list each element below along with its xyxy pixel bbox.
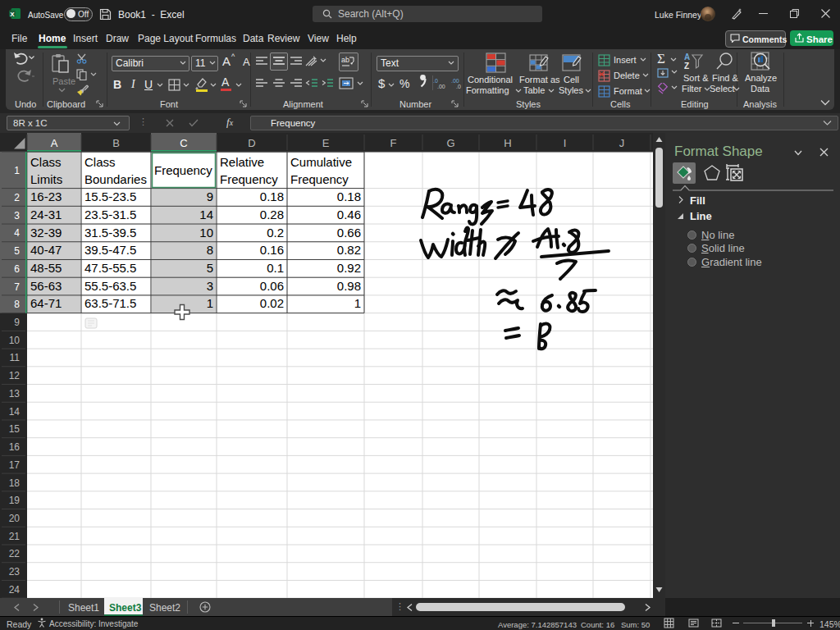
svg-text:D: D (248, 137, 255, 149)
svg-text:Limits: Limits (30, 172, 62, 186)
svg-text:8: 8 (207, 243, 213, 257)
svg-text:Boundaries: Boundaries (84, 172, 147, 186)
svg-text:Class: Class (84, 155, 116, 169)
svg-text:4: 4 (14, 227, 20, 239)
svg-text:0.28: 0.28 (260, 208, 284, 221)
svg-text:0.66: 0.66 (337, 226, 361, 240)
svg-text:.00: .00 (451, 78, 459, 84)
svg-text:15.5-23.5: 15.5-23.5 (84, 189, 136, 203)
svg-text:G: G (446, 137, 454, 149)
svg-text:3: 3 (14, 210, 20, 221)
svg-text:Frequency: Frequency (290, 172, 349, 186)
svg-text:9: 9 (14, 317, 20, 328)
svg-text:0.98: 0.98 (337, 279, 361, 293)
svg-text:A: A (684, 52, 690, 62)
svg-text:3: 3 (207, 279, 213, 293)
svg-text:5: 5 (207, 261, 213, 275)
svg-text:C: C (180, 137, 187, 149)
svg-text:10: 10 (199, 226, 213, 240)
svg-text:A: A (51, 137, 58, 149)
svg-text:Relative: Relative (220, 155, 264, 169)
svg-text:0.82: 0.82 (337, 243, 361, 257)
svg-text:14: 14 (9, 406, 21, 418)
svg-text:21: 21 (9, 531, 21, 542)
svg-text:Cumulative: Cumulative (290, 155, 352, 169)
svg-text:I: I (564, 137, 567, 149)
svg-text:23.5-31.5: 23.5-31.5 (84, 208, 136, 221)
svg-text:Class: Class (30, 155, 62, 169)
svg-text:55.5-63.5: 55.5-63.5 (84, 279, 136, 293)
svg-text:.00: .00 (437, 84, 445, 89)
svg-text:14: 14 (199, 208, 213, 221)
svg-text:9: 9 (207, 189, 213, 203)
svg-text:Frequency: Frequency (154, 163, 212, 177)
svg-text:19: 19 (9, 495, 21, 506)
svg-text:20: 20 (9, 513, 21, 524)
svg-text:ab: ab (341, 56, 349, 64)
svg-text:0.18: 0.18 (260, 189, 284, 203)
svg-text:7: 7 (14, 281, 20, 293)
svg-text:24-31: 24-31 (30, 208, 62, 221)
svg-text:47.5-55.5: 47.5-55.5 (84, 261, 136, 275)
svg-text:Frequency: Frequency (220, 172, 278, 186)
svg-text:5: 5 (14, 245, 20, 257)
svg-text:24: 24 (9, 584, 21, 596)
svg-text:2: 2 (14, 192, 20, 203)
svg-text:.0: .0 (456, 84, 461, 89)
svg-text:31.5-39.5: 31.5-39.5 (84, 226, 136, 240)
svg-text:0.18: 0.18 (337, 189, 361, 203)
svg-text:64-71: 64-71 (30, 296, 62, 310)
svg-text:J: J (619, 137, 625, 149)
svg-text:0.1: 0.1 (267, 261, 284, 275)
svg-text:1: 1 (14, 165, 20, 176)
svg-text:13: 13 (9, 388, 21, 399)
svg-text:22: 22 (9, 548, 21, 559)
svg-text:1: 1 (354, 296, 361, 310)
svg-text:6: 6 (14, 263, 20, 275)
svg-text:.0: .0 (433, 78, 438, 84)
svg-text:48-55: 48-55 (30, 261, 62, 275)
svg-text:32-39: 32-39 (30, 226, 62, 240)
svg-text:F: F (390, 137, 397, 149)
svg-text:E: E (322, 137, 330, 149)
svg-text:0.16: 0.16 (260, 243, 284, 257)
svg-text:12: 12 (9, 370, 21, 381)
svg-text:X: X (10, 11, 15, 18)
svg-text:1: 1 (207, 296, 213, 310)
svg-text:0.02: 0.02 (260, 296, 284, 310)
svg-text:0.92: 0.92 (337, 261, 361, 275)
svg-text:0.06: 0.06 (260, 279, 284, 293)
svg-text:B: B (112, 137, 120, 149)
svg-text:0.2: 0.2 (267, 226, 284, 240)
svg-text:40-47: 40-47 (30, 243, 62, 257)
svg-text:56-63: 56-63 (30, 279, 62, 293)
svg-text:15: 15 (9, 423, 21, 435)
svg-text:8: 8 (14, 299, 20, 310)
svg-text:16-23: 16-23 (30, 189, 62, 203)
svg-text:Z: Z (684, 62, 689, 71)
svg-text:17: 17 (9, 459, 21, 471)
svg-text:39.5-47.5: 39.5-47.5 (84, 243, 136, 257)
svg-text:16: 16 (9, 441, 21, 453)
svg-text:10: 10 (9, 335, 21, 346)
svg-text:18: 18 (9, 477, 21, 489)
svg-text:H: H (504, 137, 511, 149)
svg-text:63.5-71.5: 63.5-71.5 (84, 296, 136, 310)
svg-text:11: 11 (10, 352, 21, 363)
svg-text:0.46: 0.46 (337, 208, 361, 221)
svg-text:23: 23 (9, 566, 21, 578)
